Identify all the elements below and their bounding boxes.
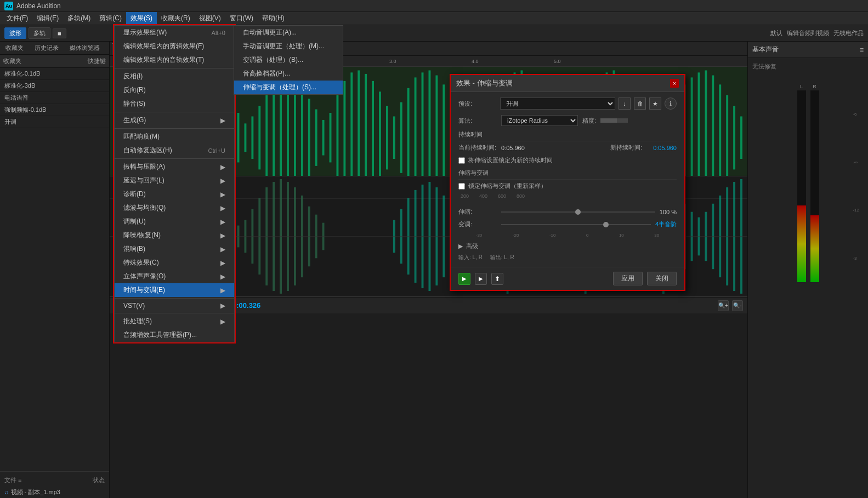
svg-rect-42 [350, 72, 353, 176]
svg-rect-53 [429, 70, 431, 176]
menu-vst[interactable]: VST(V) ▶ [115, 300, 234, 312]
wireless-label: 无线电作品 [833, 29, 864, 37]
preset-star-btn[interactable]: ★ [649, 98, 661, 110]
menu-help[interactable]: 帮助(H) [258, 12, 289, 25]
tab-history[interactable]: 历史记录 [29, 42, 64, 54]
pitch-label: 变调: [458, 220, 497, 228]
info-btn[interactable]: ℹ [665, 98, 677, 110]
tab-collections[interactable]: 收藏夹 [0, 42, 29, 54]
preview-play-btn[interactable]: ▶ [458, 273, 470, 285]
menu-edit[interactable]: 编辑(E) [32, 12, 63, 25]
lock-duration-label: 将伸缩设置锁定为新的持续时间 [468, 156, 553, 164]
list-item[interactable]: 强制频幅-0.1dB [0, 104, 109, 116]
stretch-scale-3: 800 [517, 193, 533, 199]
svg-rect-55 [442, 84, 445, 176]
preset-save-btn[interactable]: ↓ [619, 98, 631, 110]
apply-btn[interactable]: 应用 [613, 272, 643, 285]
effects-menu-wrapper: 显示效果组(W) Alt+0 编辑效果组内的剪辑效果(F) 编辑效果组内的音轨效… [113, 24, 236, 344]
menu-delay[interactable]: 延迟与回声(L) ▶ [115, 174, 234, 187]
menu-auto-heal[interactable]: 自动修复选区(H) Ctrl+U [115, 144, 234, 157]
submenu-manual-tune[interactable]: 手动音调更正（处理）(M)... [234, 39, 343, 53]
menu-time-pitch[interactable]: 时间与变调(E) ▶ [115, 283, 234, 297]
algo-select[interactable]: iZotope Radius [501, 115, 578, 126]
advanced-arrow: ▶ [458, 243, 463, 250]
duration-section: 持续时间 [458, 130, 677, 141]
svg-rect-39 [330, 113, 332, 162]
list-item[interactable]: 标准化-3dB [0, 80, 109, 92]
close-dialog-btn[interactable]: 关闭 [647, 272, 677, 285]
preview-export-btn[interactable]: ⬆ [491, 273, 503, 285]
lock-stretch-checkbox[interactable] [458, 183, 465, 190]
menu-reverse[interactable]: 反向(R) [115, 83, 234, 97]
file-item[interactable]: ♫ 视频 - 副本_1.mp3 [0, 486, 109, 498]
menu-edit-clip-effects[interactable]: 编辑效果组内的剪辑效果(F) [115, 39, 234, 53]
effect-dialog: 效果 - 伸缩与变调 × 预设: 升调 ↓ 🗑 ★ ℹ 算法: iZotope … [450, 74, 685, 291]
list-item[interactable]: 标准化-0.1dB [0, 68, 109, 80]
menu-modulate[interactable]: 调制(U) ▶ [115, 215, 234, 228]
menu-invert[interactable]: 反相(I) [115, 70, 234, 83]
time-submenu-wrapper: 自动音调更正(A)... 手动音调更正（处理）(M)... 变调器（处理）(B)… [232, 24, 344, 96]
menu-effects[interactable]: 效果(S) [126, 12, 157, 25]
app-title: Adobe Audition [16, 2, 61, 10]
svg-rect-43 [358, 70, 360, 176]
file-icon: ♫ [4, 489, 9, 495]
preset-select[interactable]: 升调 [500, 98, 615, 110]
menubar: 文件(F) 编辑(E) 多轨(M) 剪辑(C) 效果(S) 收藏夹(R) 视图(… [0, 12, 868, 25]
submenu-auto-tune[interactable]: 自动音调更正(A)... [234, 26, 343, 39]
zoom-out-btn[interactable]: 🔍- [732, 300, 743, 311]
meter-container: L R -6 -∞ -12 -3 [748, 75, 868, 498]
zoom-in-btn[interactable]: 🔍+ [718, 300, 729, 311]
menu-amplitude[interactable]: 振幅与压限(A) ▶ [115, 160, 234, 174]
panel-tabs: 收藏夹 历史记录 媒体浏览器 [0, 42, 109, 55]
menu-reverb[interactable]: 混响(B) ▶ [115, 242, 234, 256]
svg-rect-46 [379, 91, 381, 176]
menu-filter-eq[interactable]: 滤波与均衡(Q) ▶ [115, 201, 234, 215]
menu-show-effects[interactable]: 显示效果组(W) Alt+0 [115, 26, 234, 39]
menu-match-loudness[interactable]: 匹配响度(M) [115, 130, 234, 144]
multitrack-btn[interactable]: 多轨 [29, 27, 50, 39]
submenu-stretch[interactable]: 伸缩与变调（处理）(S)... [234, 81, 343, 94]
meter-bar-R [810, 215, 819, 283]
menu-diagnostics[interactable]: 诊断(D) ▶ [115, 187, 234, 201]
menu-multitrack[interactable]: 多轨(M) [63, 12, 95, 25]
stretch-thumb[interactable] [575, 209, 581, 215]
menu-favorites[interactable]: 收藏夹(R) [157, 12, 195, 25]
menu-noise-reduce[interactable]: 降噪/恢复(N) ▶ [115, 228, 234, 242]
files-section: 文件 ≡ 状态 [0, 474, 109, 486]
time-marker-4: 4.0 [472, 59, 479, 64]
pitch-thumb[interactable] [603, 222, 609, 227]
menu-silence[interactable]: 静音(S) [115, 97, 234, 111]
time-marker-5: 5.0 [554, 59, 561, 64]
dialog-close-btn[interactable]: × [670, 79, 679, 88]
menu-stereo[interactable]: 立体声声像(O) ▶ [115, 270, 234, 283]
list-item[interactable]: 电话语音 [0, 92, 109, 104]
waveform-btn[interactable]: 波形 [4, 27, 26, 39]
list-item[interactable]: 升调 [0, 116, 109, 128]
menu-plugin-manager[interactable]: 音频增效工具管理器(P)... [115, 328, 234, 342]
lock-stretch-row: 锁定伸缩与变调（重新采样） [458, 182, 677, 190]
menu-divider [115, 112, 234, 112]
menu-special-fx[interactable]: 特殊效果(C) ▶ [115, 256, 234, 270]
menu-edit-track-effects[interactable]: 编辑效果组内的音轨效果(T) [115, 53, 234, 67]
submenu-pitch-shifter[interactable]: 音高换档器(P)... [234, 67, 343, 81]
dialog-body: 预设: 升调 ↓ 🗑 ★ ℹ 算法: iZotope Radius 精度: 持续… [451, 92, 684, 267]
svg-rect-51 [415, 77, 417, 176]
stretch-slider[interactable] [501, 208, 655, 216]
submenu-pitch-bender[interactable]: 变调器（处理）(B)... [234, 53, 343, 67]
svg-rect-28 [251, 116, 253, 159]
preview-stop-btn[interactable]: ▶ [475, 273, 487, 285]
menu-file[interactable]: 文件(F) [2, 12, 32, 25]
preset-delete-btn[interactable]: 🗑 [634, 98, 646, 110]
lock-duration-checkbox[interactable] [458, 157, 465, 164]
menu-clip[interactable]: 剪辑(C) [95, 12, 126, 25]
third-view-btn[interactable]: ■ [53, 28, 66, 38]
menu-batch[interactable]: 批处理(S) ▶ [115, 314, 234, 328]
advanced-row[interactable]: ▶ 高级 [458, 242, 677, 250]
menu-generate[interactable]: 生成(G) ▶ [115, 113, 234, 127]
pitch-slider[interactable] [501, 221, 651, 228]
menu-window[interactable]: 窗口(W) [225, 12, 258, 25]
menu-view[interactable]: 视图(V) [195, 12, 225, 25]
default-label: 默认 [770, 29, 782, 37]
tab-media-browser[interactable]: 媒体浏览器 [64, 42, 105, 54]
stretch-scale-2: 600 [498, 193, 514, 199]
